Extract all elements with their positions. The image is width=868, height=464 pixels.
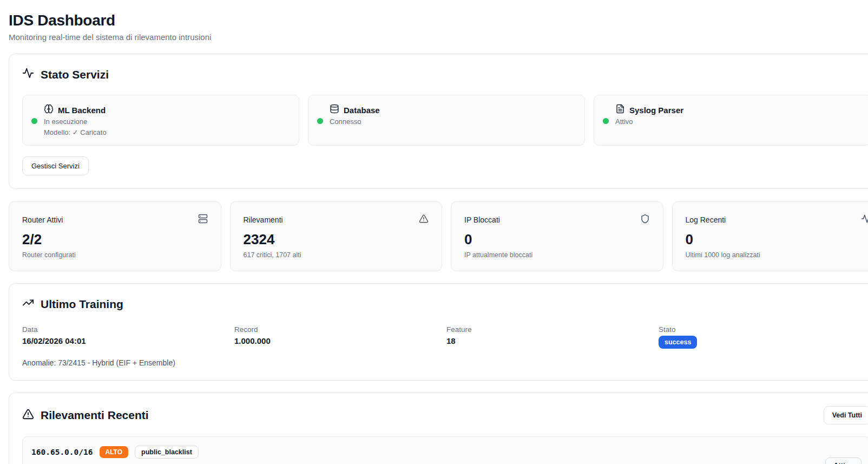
stat-caption: 617 critici, 1707 alti (244, 251, 429, 259)
stat-label: IP Bloccati (464, 215, 500, 224)
page-subtitle: Monitoring real-time del sistema di rile… (9, 32, 868, 42)
training-field-feature: Feature 18 (446, 325, 659, 349)
service-card-ml-backend: ML Backend In esecuzione Modello: ✓ Cari… (22, 95, 299, 146)
file-text-icon (615, 104, 625, 116)
services-section-title: Stato Servizi (22, 67, 868, 82)
stat-card-log-recenti: Log Recenti 0 Ultimi 1000 log analizzati (672, 201, 868, 271)
stat-label: Rilevamenti (244, 215, 283, 224)
field-value: 18 (446, 336, 659, 345)
stat-card-router-attivi: Router Attivi 2/2 Router configurati (9, 201, 221, 271)
activity-icon (861, 214, 868, 226)
training-section-title: Ultimo Training (22, 297, 868, 311)
stat-value: 2324 (244, 231, 429, 248)
service-card-database: Database Connesso (308, 95, 585, 146)
service-name: Syslog Parser (629, 106, 683, 115)
service-name: Database (344, 106, 380, 115)
detections-section-title: Rilevamenti Recenti (22, 408, 149, 423)
service-status: In esecuzione (44, 117, 107, 126)
stat-value: 0 (686, 231, 868, 248)
ids-dashboard-page: IDS Dashboard Monitoring real-time del s… (0, 0, 868, 464)
alert-triangle-icon (22, 408, 34, 423)
stat-label: Router Attivi (22, 215, 63, 224)
stat-card-ip-bloccati: IP Bloccati 0 IP attualmente bloccati (451, 201, 663, 271)
brain-icon (44, 104, 54, 116)
field-label: Data (22, 325, 234, 334)
detections-section: Rilevamenti Recenti Vedi Tutti 160.65.0.… (9, 393, 868, 464)
activity-icon (22, 67, 34, 82)
service-name: ML Backend (58, 106, 106, 115)
services-section: Stato Servizi ML Backend (9, 54, 868, 189)
manage-services-button[interactable]: Gestisci Servizi (22, 156, 89, 175)
field-label: Feature (446, 325, 659, 334)
stat-caption: IP attualmente bloccati (464, 251, 650, 259)
detection-tag: public_blacklist (135, 446, 199, 459)
database-icon (330, 104, 339, 116)
field-value: 16/02/2026 04:01 (22, 336, 234, 345)
training-field-stato: Stato success (659, 325, 868, 349)
stat-caption: Ultimi 1000 log analizzati (686, 251, 868, 259)
field-label: Stato (659, 325, 868, 334)
stat-label: Log Recenti (686, 215, 726, 224)
training-field-data: Data 16/02/2026 04:01 (22, 325, 234, 349)
services-title-text: Stato Servizi (41, 68, 109, 81)
training-title-text: Ultimo Training (41, 298, 123, 311)
detection-status-badge: Attivo (825, 458, 862, 464)
training-fields: Data 16/02/2026 04:01 Record 1.000.000 F… (22, 325, 868, 349)
field-label: Record (234, 325, 446, 334)
severity-badge: ALTO (100, 446, 129, 458)
status-dot-green (603, 118, 609, 124)
status-dot-green (31, 118, 37, 124)
detection-list-item: 160.65.0.0/16 ALTO public_blacklist IP i… (22, 436, 868, 464)
detection-ip: 160.65.0.0/16 (31, 448, 93, 456)
training-section: Ultimo Training Data 16/02/2026 04:01 Re… (9, 283, 868, 381)
training-status-badge: success (659, 336, 697, 349)
stat-value: 2/2 (22, 231, 208, 248)
server-icon (198, 214, 208, 226)
detections-title-text: Rilevamenti Recenti (41, 409, 149, 422)
stat-card-rilevamenti: Rilevamenti 2324 617 critici, 1707 alti (230, 201, 443, 271)
status-dot-green (317, 118, 323, 124)
training-anomalies-note: Anomalie: 73/2415 - Hybrid (EIF + Ensemb… (22, 358, 868, 367)
service-status: Attivo (615, 117, 683, 126)
stat-caption: Router configurati (22, 251, 208, 259)
shield-icon (640, 214, 650, 226)
stat-value: 0 (464, 231, 650, 248)
trending-up-icon (22, 297, 34, 311)
alert-triangle-icon (419, 214, 429, 226)
page-title: IDS Dashboard (9, 12, 868, 29)
service-model-detail: Modello: ✓ Caricato (44, 128, 107, 136)
services-grid: ML Backend In esecuzione Modello: ✓ Cari… (22, 95, 868, 146)
view-all-button[interactable]: Vedi Tutti (824, 406, 868, 424)
field-value: 1.000.000 (234, 336, 446, 345)
service-status: Connesso (330, 117, 380, 126)
stats-row: Router Attivi 2/2 Router configurati Ril… (9, 201, 868, 271)
training-field-record: Record 1.000.000 (234, 325, 446, 349)
page-header: IDS Dashboard Monitoring real-time del s… (0, 0, 868, 42)
service-card-syslog-parser: Syslog Parser Attivo (594, 95, 868, 146)
